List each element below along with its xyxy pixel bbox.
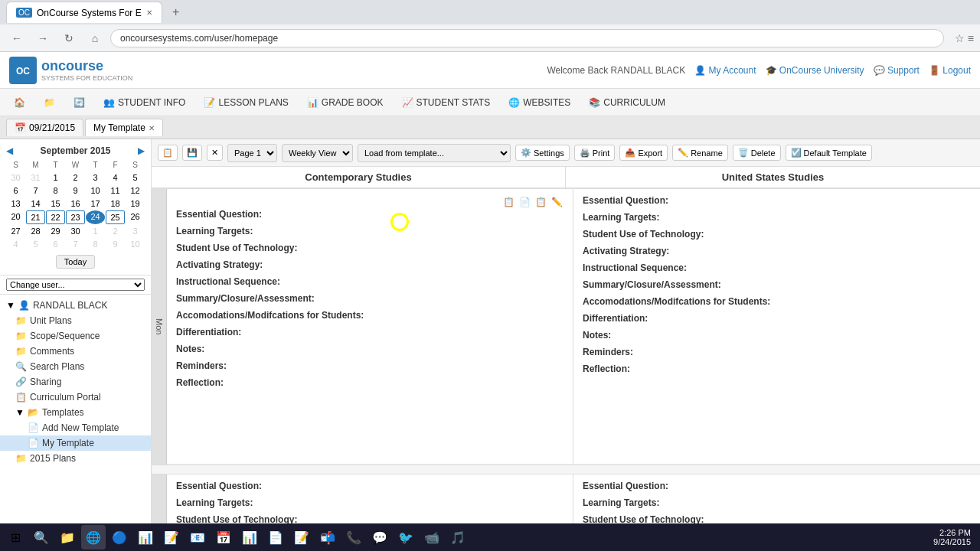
taskbar-app10[interactable]: 📹 — [420, 525, 444, 549]
refresh-button[interactable]: ↻ — [58, 28, 80, 49]
nav-curriculum[interactable]: 📚 CURRICULUM — [581, 94, 673, 111]
taskbar-twitter[interactable]: 🐦 — [394, 525, 418, 549]
sidebar-item-my-template[interactable]: 📄 My Template — [0, 435, 151, 451]
cal-cell[interactable]: 5 — [126, 171, 145, 184]
cal-cell[interactable]: 10 — [86, 184, 105, 197]
cal-cell[interactable]: 28 — [26, 225, 45, 237]
cal-cell[interactable]: 13 — [6, 197, 25, 210]
toolbar-home-btn[interactable]: 📋 — [158, 145, 178, 161]
taskbar-app3[interactable]: 📧 — [185, 525, 210, 549]
view-select[interactable]: Weekly View — [282, 144, 353, 162]
sidebar-item-2015-plans[interactable]: 📁 2015 Plans — [0, 451, 151, 466]
taskbar-ie[interactable]: 🔵 — [107, 525, 132, 549]
cal-cell[interactable]: 19 — [126, 197, 145, 210]
logout-link[interactable]: 🚪 Logout — [929, 65, 971, 76]
home-button[interactable]: ⌂ — [84, 28, 106, 49]
page-select[interactable]: Page 1 — [227, 144, 277, 162]
cal-next-button[interactable]: ▶ — [138, 145, 145, 156]
cal-cell[interactable]: 6 — [46, 238, 65, 250]
today-button[interactable]: Today — [56, 255, 95, 269]
taskbar-app8[interactable]: 📬 — [315, 525, 340, 549]
back-button[interactable]: ← — [6, 28, 28, 49]
sidebar-item-search-plans[interactable]: 🔍 Search Plans — [0, 359, 151, 374]
cal-cell-22[interactable]: 22 — [46, 210, 65, 224]
export-button[interactable]: 📤 Export — [619, 145, 668, 161]
cal-cell[interactable]: 10 — [126, 238, 145, 250]
nav-lesson-plans[interactable]: 📝 LESSON PLANS — [196, 94, 296, 111]
cal-cell-25[interactable]: 25 — [106, 210, 125, 224]
taskbar-app7[interactable]: 📝 — [289, 525, 314, 549]
nav-grade-book[interactable]: 📊 GRADE BOOK — [299, 94, 391, 111]
browser-tab-active[interactable]: OC OnCourse Systems For E ✕ — [6, 2, 162, 23]
cal-cell[interactable]: 11 — [106, 184, 125, 197]
toolbar-delete-btn[interactable]: ✕ — [207, 145, 223, 161]
print-button[interactable]: 🖨️ Print — [574, 145, 616, 161]
menu-icon[interactable]: ≡ — [968, 32, 974, 44]
cal-cell-23[interactable]: 23 — [66, 210, 85, 224]
cal-cell[interactable]: 9 — [106, 238, 125, 250]
cal-cell[interactable]: 2 — [106, 225, 125, 237]
cal-cell[interactable]: 27 — [6, 225, 25, 237]
cal-cell[interactable]: 14 — [26, 197, 45, 210]
forward-button[interactable]: → — [32, 28, 54, 49]
cal-cell[interactable]: 8 — [46, 184, 65, 197]
cal-cell[interactable]: 20 — [6, 210, 25, 224]
cal-cell[interactable]: 26 — [126, 210, 145, 224]
cal-cell[interactable]: 15 — [46, 197, 65, 210]
taskbar-app5[interactable]: 📊 — [237, 525, 262, 549]
rename-button[interactable]: ✏️ Rename — [672, 145, 728, 161]
cal-cell[interactable]: 5 — [26, 238, 45, 250]
new-tab-button[interactable]: + — [165, 2, 187, 23]
sidebar-item-sharing[interactable]: 🔗 Sharing — [0, 374, 151, 390]
settings-button[interactable]: ⚙️ Settings — [515, 145, 570, 161]
cal-cell[interactable]: 31 — [26, 171, 45, 184]
nav-folder[interactable]: 📁 — [36, 94, 63, 111]
load-template-select[interactable]: Load from template... — [358, 144, 511, 162]
oncourse-university-link[interactable]: 🎓 OnCourse University — [766, 65, 864, 76]
cal-cell[interactable]: 1 — [86, 225, 105, 237]
sidebar-item-unit-plans[interactable]: 📁 Unit Plans — [0, 313, 151, 328]
delete-button[interactable]: 🗑️ Delete — [733, 145, 781, 161]
cal-cell[interactable]: 6 — [6, 184, 25, 197]
taskbar-app6[interactable]: 📄 — [263, 525, 288, 549]
cal-cell-today[interactable]: 24 — [86, 210, 105, 224]
cal-cell[interactable]: 29 — [46, 225, 65, 237]
sidebar-item-user[interactable]: ▼ 👤 RANDALL BLACK — [0, 298, 151, 313]
taskbar-search[interactable]: 🔍 — [29, 525, 54, 549]
taskbar-chrome[interactable]: 🌐 — [81, 525, 106, 549]
cal-cell[interactable]: 3 — [86, 171, 105, 184]
cal-cell[interactable]: 30 — [6, 171, 25, 184]
content-scroll[interactable]: Mon 📋 📄 📋 ✏️ — [152, 189, 980, 548]
cal-cell[interactable]: 3 — [126, 225, 145, 237]
default-template-button[interactable]: ☑️ Default Template — [786, 145, 872, 161]
taskbar-app11[interactable]: 🎵 — [446, 525, 470, 549]
cal-cell[interactable]: 7 — [26, 184, 45, 197]
nav-student-stats[interactable]: 📈 STUDENT STATS — [394, 94, 498, 111]
toolbar-save-btn[interactable]: 💾 — [182, 145, 202, 161]
tab-date[interactable]: 📅 09/21/2015 — [6, 119, 83, 136]
taskbar-skype[interactable]: 💬 — [368, 525, 392, 549]
cal-cell[interactable]: 12 — [126, 184, 145, 197]
tab-template-close[interactable]: ✕ — [149, 124, 155, 132]
cal-cell[interactable]: 2 — [66, 171, 85, 184]
start-button[interactable]: ⊞ — [3, 525, 28, 549]
cal-prev-button[interactable]: ◀ — [6, 145, 13, 156]
nav-student-info[interactable]: 👥 STUDENT INFO — [96, 94, 193, 111]
cell-edit-btn[interactable]: ✏️ — [550, 195, 564, 209]
my-account-link[interactable]: 👤 My Account — [694, 65, 756, 76]
support-link[interactable]: 💬 Support — [874, 65, 920, 76]
tab-my-template[interactable]: My Template ✕ — [85, 119, 163, 136]
sidebar-item-templates[interactable]: ▼ 📂 Templates — [0, 405, 151, 420]
taskbar-file[interactable]: 📁 — [55, 525, 80, 549]
sidebar-item-comments[interactable]: 📁 Comments — [0, 344, 151, 359]
cal-cell[interactable]: 9 — [66, 184, 85, 197]
cal-cell[interactable]: 4 — [106, 171, 125, 184]
cal-cell[interactable]: 17 — [86, 197, 105, 210]
cell-copy-btn[interactable]: 📋 — [501, 195, 515, 209]
cal-cell[interactable]: 4 — [6, 238, 25, 250]
taskbar-app4[interactable]: 📅 — [211, 525, 236, 549]
bookmark-icon[interactable]: ☆ — [955, 32, 965, 44]
cal-cell[interactable]: 18 — [106, 197, 125, 210]
nav-home[interactable]: 🏠 — [6, 94, 33, 111]
user-select[interactable]: Change user... — [6, 279, 145, 291]
